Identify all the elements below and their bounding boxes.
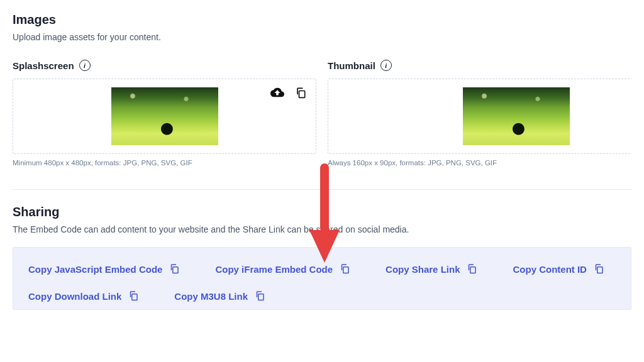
sharing-title: Sharing <box>13 205 631 219</box>
thumbnail-preview-image <box>463 87 570 145</box>
copy-share-link-label: Copy Share Link <box>386 264 460 275</box>
sharing-section: Sharing The Embed Code can add content t… <box>13 205 631 310</box>
thumbnail-hint: Always 160px x 90px, formats: JPG, PNG, … <box>328 159 631 167</box>
copy-js-embed-link[interactable]: Copy JavaScript Embed Code <box>28 263 180 276</box>
svg-rect-4 <box>597 267 602 273</box>
copy-share-link[interactable]: Copy Share Link <box>386 263 477 276</box>
svg-rect-6 <box>258 294 264 300</box>
copy-icon <box>128 290 139 303</box>
sharing-links-panel: Copy JavaScript Embed Code Copy iFrame E… <box>13 247 631 310</box>
images-description: Upload image assets for your content. <box>13 32 631 42</box>
svg-rect-5 <box>132 294 137 300</box>
info-icon[interactable]: i <box>79 60 91 71</box>
splashscreen-field: Splashscreen i Minimum 480px x 480px, fo… <box>13 60 316 167</box>
splashscreen-preview-image <box>111 87 218 145</box>
copy-content-id-link[interactable]: Copy Content ID <box>513 263 604 276</box>
copy-icon <box>169 263 180 276</box>
sharing-description: The Embed Code can add content to your w… <box>13 224 631 234</box>
section-divider <box>13 189 631 190</box>
thumbnail-dropzone[interactable] <box>328 79 631 154</box>
svg-rect-1 <box>173 267 178 273</box>
splashscreen-hint: Minimum 480px x 480px, formats: JPG, PNG… <box>13 159 316 167</box>
copy-icon[interactable] <box>294 86 307 101</box>
copy-content-id-label: Copy Content ID <box>513 264 587 275</box>
copy-download-link-label: Copy Download Link <box>28 291 121 302</box>
images-title: Images <box>13 13 631 27</box>
thumbnail-label: Thumbnail <box>328 60 375 71</box>
svg-rect-3 <box>470 267 475 273</box>
svg-rect-0 <box>299 91 305 98</box>
splashscreen-dropzone[interactable] <box>13 79 316 154</box>
copy-icon <box>339 263 350 276</box>
copy-m3u8-link[interactable]: Copy M3U8 Link <box>174 290 265 303</box>
copy-download-link[interactable]: Copy Download Link <box>28 290 139 303</box>
copy-icon <box>593 263 604 276</box>
splashscreen-label-row: Splashscreen i <box>13 60 316 71</box>
info-icon[interactable]: i <box>380 60 392 71</box>
thumbnail-label-row: Thumbnail i <box>328 60 631 71</box>
splashscreen-label: Splashscreen <box>13 60 74 71</box>
upload-fields-row: Splashscreen i Minimum 480px x 480px, fo… <box>13 60 631 167</box>
copy-icon <box>254 290 265 303</box>
thumbnail-field: Thumbnail i Always 160px x 90px, formats… <box>328 60 631 167</box>
svg-rect-2 <box>343 267 348 273</box>
images-section: Images Upload image assets for your cont… <box>13 13 631 167</box>
splashscreen-actions <box>270 85 307 102</box>
upload-icon[interactable] <box>270 85 284 102</box>
copy-icon <box>466 263 477 276</box>
copy-iframe-embed-link[interactable]: Copy iFrame Embed Code <box>215 263 350 276</box>
copy-iframe-embed-label: Copy iFrame Embed Code <box>215 264 333 275</box>
copy-m3u8-label: Copy M3U8 Link <box>174 291 248 302</box>
copy-js-embed-label: Copy JavaScript Embed Code <box>28 264 162 275</box>
